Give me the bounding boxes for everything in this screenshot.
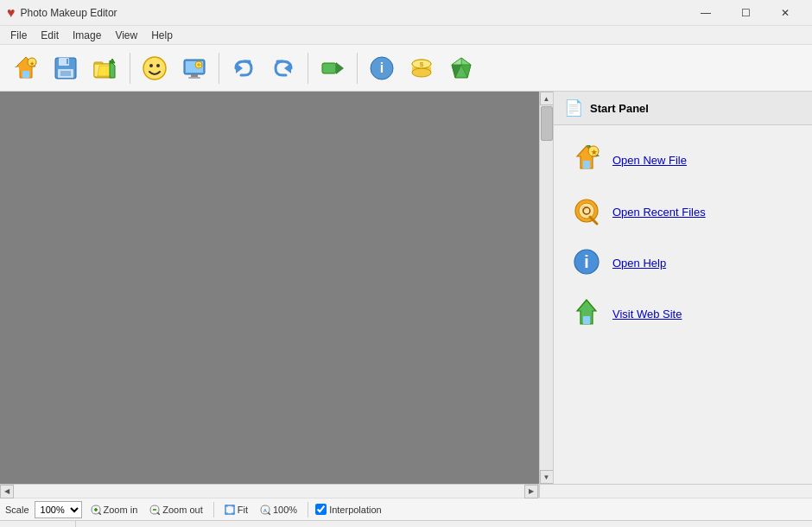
toolbar-sep-3 [308,53,308,84]
svg-marker-38 [452,58,461,65]
toolbar-sep-1 [130,53,130,84]
open-new-file-link[interactable]: Open New File [612,154,687,167]
vscroll-up-btn[interactable]: ▲ [540,92,554,105]
zoom-percent-label: 100% [273,505,297,515]
panel-open-new-file[interactable]: ★ Open New File [561,136,805,185]
toolbar-redo-btn[interactable] [264,49,302,87]
toolbar-bonus-btn[interactable] [442,49,480,87]
toolbar-buy-btn[interactable]: $ [403,49,441,87]
svg-marker-27 [336,62,344,74]
vscroll-track[interactable] [540,105,553,470]
close-button[interactable]: ✕ [765,0,805,26]
svg-point-17 [149,64,153,67]
menu-file[interactable]: File [3,26,34,45]
svg-point-47 [579,203,594,219]
panel-open-recent-files[interactable]: Open Recent Files [561,188,805,236]
panel-visit-web-site[interactable]: Visit Web Site [561,290,805,338]
open-recent-files-icon [571,195,602,229]
maximize-button[interactable]: ☐ [726,0,765,26]
hscroll-right-btn[interactable]: ▶ [524,485,538,498]
open-recent-files-link[interactable]: Open Recent Files [612,206,706,219]
svg-text:i: i [380,60,384,75]
hscroll-left-btn[interactable]: ◀ [0,485,14,498]
bottom-sep-2 [308,502,308,517]
svg-marker-37 [461,58,471,65]
status-bar: 0×0 Please use mouse wheel in order to s… [0,520,812,527]
horizontal-scrollbar[interactable]: ◀ ▶ [0,485,539,498]
bottom-toolbar: Scale 100% 25% 50% 75% 150% 200% Zoom in… [0,498,812,520]
toolbar-preview-btn[interactable] [175,49,213,87]
toolbar-browse-btn[interactable] [86,49,124,87]
svg-rect-53 [583,316,590,324]
title-text: Photo Makeup Editor [21,7,687,19]
toolbar-info-btn[interactable]: i [363,49,401,87]
svg-text:★: ★ [591,149,598,156]
svg-rect-42 [583,161,590,168]
svg-text:★: ★ [29,60,35,66]
side-panel: 📄 Start Panel ★ Open New File [553,92,812,484]
toolbar-save-btn[interactable] [47,49,85,87]
interpolation-checkbox[interactable] [315,504,327,515]
minimize-button[interactable]: — [686,0,726,26]
vscroll-thumb[interactable] [541,106,553,141]
svg-text:A: A [263,508,268,513]
scale-select[interactable]: 100% 25% 50% 75% 150% 200% [35,501,82,518]
visit-web-site-link[interactable]: Visit Web Site [612,308,682,321]
fit-label: Fit [238,505,248,515]
open-help-icon: i [571,246,602,280]
zoom-in-btn[interactable]: Zoom in [87,504,142,516]
svg-rect-26 [322,63,336,73]
toolbar-sep-2 [219,53,219,84]
window-controls: — ☐ ✕ [686,0,805,26]
fit-btn[interactable]: Fit [221,504,251,516]
menu-edit[interactable]: Edit [34,26,66,45]
panel-doc-icon: 📄 [564,98,583,117]
hscroll-track[interactable] [14,485,524,498]
vscroll-down-btn[interactable]: ▼ [540,470,554,484]
app-icon: ♥ [7,5,16,21]
title-bar: ♥ Photo Makeup Editor — ☐ ✕ [0,0,812,26]
panel-open-help[interactable]: i Open Help [561,239,805,287]
open-new-file-icon: ★ [571,143,602,178]
toolbar-effects-btn[interactable] [136,49,174,87]
zoom-in-label: Zoom in [104,505,138,515]
interpolation-label: Interpolation [329,505,382,515]
svg-rect-10 [67,59,68,64]
panel-content: ★ Open New File Open Recent Files [554,125,812,348]
svg-rect-22 [188,77,200,79]
zoom-out-label: Zoom out [162,505,202,515]
svg-rect-9 [60,71,71,76]
coordinates-display: 0×0 [7,521,76,527]
menu-bar: File Edit Image View Help [0,26,812,45]
zoom-percent-btn[interactable]: A 100% [257,504,301,516]
svg-point-33 [412,68,431,77]
interpolation-checkbox-label[interactable]: Interpolation [315,504,382,515]
svg-rect-21 [191,74,198,77]
svg-rect-1 [22,71,29,78]
toolbar: ★ [0,45,812,92]
canvas-area[interactable] [0,92,539,484]
fit-icon [225,505,235,515]
menu-view[interactable]: View [108,26,144,45]
svg-marker-24 [236,63,243,73]
svg-text:$: $ [420,60,424,68]
scroll-bottom-row: ◀ ▶ [0,484,812,498]
toolbar-open-btn[interactable]: ★ [7,49,45,87]
zoom-percent-icon: A [260,505,270,515]
bottom-sep-1 [213,502,214,517]
svg-marker-25 [284,63,291,73]
zoom-in-icon [91,505,101,515]
zoom-out-btn[interactable]: Zoom out [146,504,206,516]
svg-point-18 [156,64,160,67]
svg-rect-2 [19,66,22,71]
svg-text:i: i [584,252,589,271]
toolbar-export-btn[interactable] [314,49,352,87]
svg-point-16 [143,57,166,79]
menu-help[interactable]: Help [144,26,180,45]
main-area: ▲ ▼ 📄 Start Panel ★ [0,92,812,484]
vertical-scrollbar[interactable]: ▲ ▼ [539,92,553,484]
zoom-out-icon [149,505,160,515]
toolbar-undo-btn[interactable] [225,49,263,87]
menu-image[interactable]: Image [66,26,108,45]
open-help-link[interactable]: Open Help [612,257,666,270]
